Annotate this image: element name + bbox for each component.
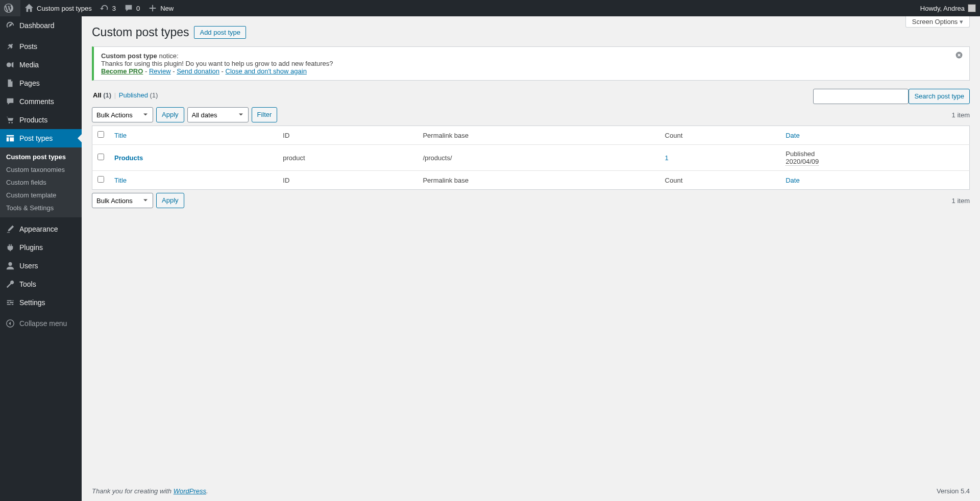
items-count: 1 item [952, 111, 970, 119]
sidebar-label: Comments [19, 97, 54, 106]
sidebar-item-pages[interactable]: Pages [0, 74, 82, 92]
screen-options-toggle[interactable]: Screen Options [905, 16, 970, 28]
sidebar-label: Dashboard [19, 21, 55, 30]
col-count: Count [660, 171, 781, 190]
col-permalink: Permalink base [418, 171, 659, 190]
submenu-custom-template[interactable]: Custom template [0, 189, 82, 202]
sidebar-item-plugins[interactable]: Plugins [0, 238, 82, 257]
submenu-tools-settings[interactable]: Tools & Settings [0, 202, 82, 214]
col-date[interactable]: Date [786, 177, 799, 184]
search-input[interactable] [813, 89, 909, 104]
sidebar-label: Products [19, 116, 47, 124]
page-icon [5, 78, 15, 88]
sidebar-item-products[interactable]: Products [0, 111, 82, 129]
svg-point-2 [11, 122, 13, 123]
col-id: ID [278, 171, 418, 190]
wordpress-link[interactable]: WordPress [174, 487, 206, 495]
media-icon [5, 60, 15, 70]
row-checkbox[interactable] [97, 154, 104, 160]
select-all-checkbox-bottom[interactable] [97, 176, 104, 183]
sidebar-label: Users [19, 262, 38, 270]
admin-bar-right: Howdy, Andrea [916, 0, 980, 16]
settings-icon [5, 297, 15, 308]
notice-strong: Custom post type [101, 52, 157, 60]
submenu-custom-post-types[interactable]: Custom post types [0, 151, 82, 163]
apply-button[interactable]: Apply [156, 107, 184, 122]
wordpress-icon [4, 4, 13, 13]
col-date[interactable]: Date [786, 132, 799, 139]
admin-bar-left: Custom post types 3 0 New [0, 0, 178, 16]
sidebar-item-appearance[interactable]: Appearance [0, 220, 82, 238]
sidebar-item-comments[interactable]: Comments [0, 92, 82, 111]
notice-links: Become PRO - Review - Send donation - Cl… [101, 67, 950, 75]
svg-point-1 [9, 122, 10, 123]
bulk-actions-select[interactable]: Bulk Actions [92, 107, 153, 122]
row-title-link[interactable]: Products [114, 154, 143, 162]
main-body: Screen Options Custom post types Add pos… [82, 0, 980, 501]
collapse-icon [5, 318, 15, 329]
sidebar-label: Media [19, 61, 39, 69]
sidebar-item-media[interactable]: Media [0, 56, 82, 74]
bulk-actions-select-bottom[interactable]: Bulk Actions [92, 193, 153, 208]
add-post-type-button[interactable]: Add post type [194, 26, 246, 39]
page-title: Custom post types [92, 26, 189, 39]
sidebar-item-users[interactable]: Users [0, 257, 82, 275]
view-filters: All (1) | Published (1) [93, 91, 813, 99]
tablenav-bottom: Bulk Actions Apply 1 item [92, 193, 970, 208]
submenu-custom-taxonomies[interactable]: Custom taxonomies [0, 163, 82, 176]
sidebar-item-dashboard[interactable]: Dashboard [0, 16, 82, 35]
new-content-link[interactable]: New [144, 0, 178, 16]
filter-button[interactable]: Filter [252, 107, 278, 122]
admin-bar: Custom post types 3 0 New Howdy, Andrea [0, 0, 980, 16]
submenu-custom-fields[interactable]: Custom fields [0, 176, 82, 189]
user-icon [5, 261, 15, 271]
content: Custom post types Add post type Custom p… [82, 16, 980, 242]
sidebar-collapse[interactable]: Collapse menu [0, 314, 82, 333]
search-row: All (1) | Published (1) Search post type [92, 89, 970, 104]
filter-all[interactable]: All (1) [93, 91, 111, 99]
sidebar-item-post-types[interactable]: Post types [0, 129, 82, 147]
site-name-link[interactable]: Custom post types [20, 0, 96, 16]
post-types-table: Title ID Permalink base Count Date Produ… [92, 126, 970, 190]
sidebar-submenu: Custom post types Custom taxonomies Cust… [0, 147, 82, 217]
site-name: Custom post types [37, 5, 92, 12]
comments-link[interactable]: 0 [120, 0, 144, 16]
col-title[interactable]: Title [114, 132, 127, 139]
home-icon [24, 4, 34, 13]
refresh-icon [100, 4, 109, 13]
avatar [968, 4, 976, 12]
notice-close-link[interactable]: Close and don't show again [226, 67, 307, 75]
plus-icon [148, 4, 157, 13]
notice-donate-link[interactable]: Send donation [177, 67, 219, 75]
sidebar-label: Appearance [19, 225, 58, 233]
wp-logo[interactable] [0, 0, 20, 16]
sidebar-label: Pages [19, 79, 40, 87]
dashboard-icon [5, 20, 15, 31]
table-header-row: Title ID Permalink base Count Date [92, 126, 970, 145]
sidebar-item-settings[interactable]: Settings [0, 293, 82, 312]
col-title[interactable]: Title [114, 177, 127, 184]
row-count-link[interactable]: 1 [665, 154, 669, 162]
filter-published[interactable]: Published (1) [119, 91, 158, 99]
footer-credit: Thank you for creating with WordPress. [92, 487, 208, 495]
table-footer-row: Title ID Permalink base Count Date [92, 171, 970, 190]
notice-review-link[interactable]: Review [149, 67, 171, 75]
account-link[interactable]: Howdy, Andrea [916, 0, 980, 16]
notice-become-pro-link[interactable]: Become PRO [101, 67, 143, 75]
pin-icon [5, 41, 15, 52]
select-all-checkbox[interactable] [97, 131, 104, 138]
table-row: Products product /products/ 1 Published … [92, 145, 970, 171]
new-label: New [160, 5, 174, 12]
sidebar-item-tools[interactable]: Tools [0, 275, 82, 293]
tablenav-top: Bulk Actions Apply All dates Filter 1 it… [92, 107, 970, 122]
brush-icon [5, 224, 15, 234]
tablenav-actions-bottom: Bulk Actions Apply [92, 193, 184, 208]
sidebar-label: Tools [19, 280, 36, 288]
apply-button-bottom[interactable]: Apply [156, 193, 184, 208]
row-permalink: /products/ [418, 145, 659, 171]
notice-dismiss-button[interactable] [955, 51, 965, 61]
sidebar-item-posts[interactable]: Posts [0, 37, 82, 56]
date-filter-select[interactable]: All dates [187, 107, 249, 122]
search-button[interactable]: Search post type [909, 89, 970, 104]
updates-link[interactable]: 3 [96, 0, 120, 16]
